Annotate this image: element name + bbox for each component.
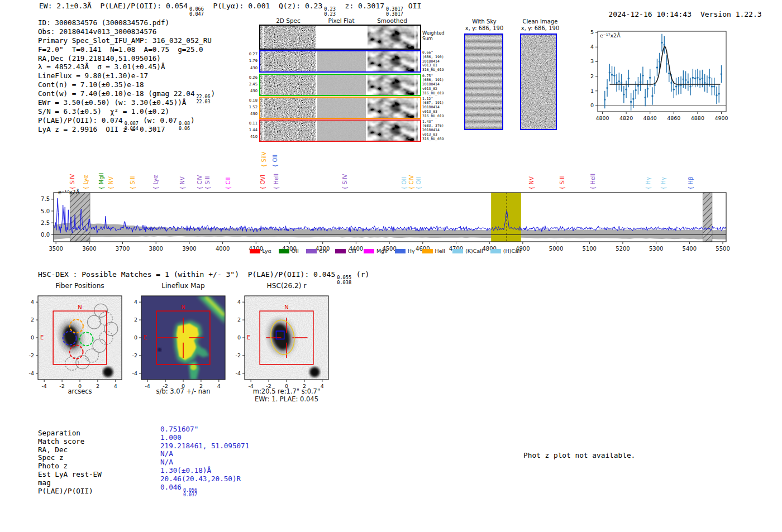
- emission-line-labels: { SiIV{ Lyα{ MgII{ NV{ SiII{ Lyα{ NV{ CI…: [34, 148, 737, 191]
- svg-text:2: 2: [134, 317, 137, 323]
- fiber-weight-labels: 0.271.79430: [247, 51, 258, 71]
- sky-panel-title: With Skyx, y: 686, 190: [462, 18, 506, 32]
- legend-swatch: [306, 249, 317, 253]
- compass-east: E: [144, 334, 147, 341]
- legend-label: (H)CaII: [503, 248, 522, 254]
- legend-label: Hγ: [408, 248, 415, 254]
- emission-line-label: { SiII: [559, 176, 565, 190]
- svg-text:4840: 4840: [643, 115, 657, 121]
- fiber-id-labels: 1.12"(687, 191)20180414v013_03316_RU_019: [422, 97, 444, 119]
- emission-line-label: { SiIV: [69, 174, 75, 190]
- info-text: λ = 4852.43Å σ = 3.01(±0.45)Å: [38, 63, 165, 71]
- spec2d-cell: [317, 51, 366, 71]
- legend-swatch: [490, 249, 501, 253]
- errorbars: [604, 34, 722, 111]
- emission-line-label: { SiII: [130, 176, 136, 190]
- info-line: Primary Spec_Slot_IFU_AMP: 316_032_052_R…: [38, 36, 215, 45]
- match-row-label: mag: [38, 478, 51, 487]
- summary-bounds: 0.0660.047: [189, 7, 204, 17]
- legend-swatch: [395, 249, 406, 253]
- info-text: (w: 0.07: [139, 116, 177, 124]
- emission-line-label: { SiIV: [342, 174, 348, 190]
- match-value-text: N/A: [160, 458, 173, 466]
- hsc-text: (r): [352, 270, 369, 279]
- cutout-fiber-svg: NE-4-4-2-2002244: [20, 289, 126, 393]
- info-text: Cont(n) = 7.10(±0.35)e-18: [38, 80, 144, 89]
- emission-line-label: { OVI: [260, 175, 266, 190]
- svg-text:-2: -2: [132, 352, 137, 358]
- full-spectrum-plot: 3500360037003800390040004100420043004400…: [34, 189, 737, 255]
- match-row-label: Match score: [38, 437, 84, 445]
- match-row-value: 0.751607": [160, 425, 198, 433]
- svg-text:4: 4: [134, 299, 137, 305]
- emission-line-label: { HeII: [590, 174, 596, 190]
- info-line: Obs: 20180414v013_3000834576: [38, 27, 215, 36]
- match-value-text: 0.046: [160, 483, 182, 491]
- emission-line-label: { Hβ: [688, 177, 694, 190]
- emission-line-label: { NV: [179, 176, 185, 190]
- info-text: LyA z = 2.9916 OII z = 0.3017: [38, 125, 165, 133]
- legend-label: MgII: [376, 248, 388, 254]
- match-row-label: Photo z: [38, 462, 68, 470]
- spec2d-cell: [260, 121, 316, 141]
- match-row-value: 20.46(20.43,20.50)R: [160, 475, 241, 483]
- fiber-id-labels: 0.66"(686, 190)20180414v013_01316_RU_019: [422, 51, 444, 73]
- info-line: EWr = 3.50(±0.50) (w: 3.30(±0.45))Å: [38, 98, 215, 107]
- emission-line-label: { Lyα: [152, 175, 159, 190]
- info-text: F=2.0" T=0.141 N=1.08 A=0.75 g=25.0: [38, 45, 203, 54]
- spec2d-col-title: Pixel Flat: [316, 17, 366, 24]
- match-value-text: 219.218461, 51.095071: [160, 442, 249, 450]
- legend-item: HeII: [422, 248, 446, 254]
- emission-line-label: { Hγ: [645, 177, 651, 190]
- emission-line-label: { OII: [416, 177, 422, 190]
- compass-east: E: [247, 334, 250, 341]
- legend-label: (K)CaII: [465, 248, 483, 254]
- line-fit-svg: 480048204840486048804900012345e⁻¹⁷x2Å: [581, 27, 731, 131]
- spec2d-cutout-grid: 2D SpecPixel FlatSmoothedWeightedSum0.27…: [247, 17, 449, 145]
- match-value-bounds: 0.0560.037: [183, 488, 197, 497]
- compass-north: N: [284, 304, 288, 310]
- match-row-label: P(LAE)/P(OII): [38, 487, 93, 495]
- svg-text:-4: -4: [29, 370, 34, 376]
- match-row-value: 0.0460.0560.037: [160, 483, 198, 498]
- spec2d-cell: [317, 121, 366, 141]
- fiber-id-labels: 1.43"(683, 376)20180414v013_03316_RU_039: [422, 120, 444, 142]
- match-value-text: 1.000: [160, 433, 182, 442]
- info-bounds: 0.080.06: [179, 121, 190, 131]
- emission-line-label: { MgII: [98, 173, 104, 190]
- timestamp-version: 2024-12-16 10:14:43Version 1.22.3: [591, 2, 762, 27]
- match-row-value: N/A: [160, 449, 173, 458]
- spec2d-col-title: 2D Spec: [260, 17, 316, 24]
- match-row-label: Separation: [38, 429, 80, 437]
- emission-line-label: { NV: [528, 176, 535, 190]
- legend-swatch: [452, 249, 463, 253]
- legend-label: OII: [292, 248, 299, 254]
- svg-text:1: 1: [590, 88, 594, 94]
- match-row-value: 1.000: [160, 433, 182, 442]
- match-row-label: Spec z: [38, 453, 64, 462]
- fiber-weight-labels: 0.181.52430: [247, 97, 258, 118]
- match-row-label: RA, Dec: [38, 445, 68, 454]
- info-text: P(LAE)/P(OII): 0.074: [38, 116, 123, 124]
- spec2d-cell: [260, 26, 316, 49]
- cutout-title: HSC(26.2) r: [245, 282, 328, 290]
- svg-text:2: 2: [31, 317, 34, 323]
- spectrum-legend: LyαOIICIVCIIIMgIIHγHeII(K)CaII(H)CaII: [34, 248, 737, 254]
- legend-label: HeII: [435, 248, 446, 254]
- info-text: RA,Dec (219.218140,51.095016): [38, 54, 161, 63]
- svg-text:-4: -4: [236, 370, 241, 376]
- spec2d-cell: [317, 26, 366, 49]
- info-text: Primary Spec_Slot_IFU_AMP: 316_032_052_R…: [38, 36, 212, 45]
- legend-item: Hγ: [395, 248, 415, 254]
- match-row-value: 219.218461, 51.095071: [160, 442, 249, 450]
- elixer-report-page: EW: 2.1±0.3Å P(LAE)/P(OII): 0.0540.0660.…: [0, 0, 782, 532]
- legend-swatch: [335, 249, 346, 253]
- svg-text:0: 0: [237, 334, 241, 341]
- svg-text:2: 2: [237, 317, 241, 323]
- svg-text:e⁻¹⁷x2Å: e⁻¹⁷x2Å: [58, 189, 80, 195]
- spec2d-cell: [368, 98, 418, 118]
- svg-text:4900: 4900: [714, 115, 728, 121]
- info-text: Cont(w) = 7.40(±0.10)e-18 (gmag 22.04: [38, 89, 195, 98]
- legend-item: (H)CaII: [490, 248, 522, 254]
- masked-region: [70, 193, 90, 242]
